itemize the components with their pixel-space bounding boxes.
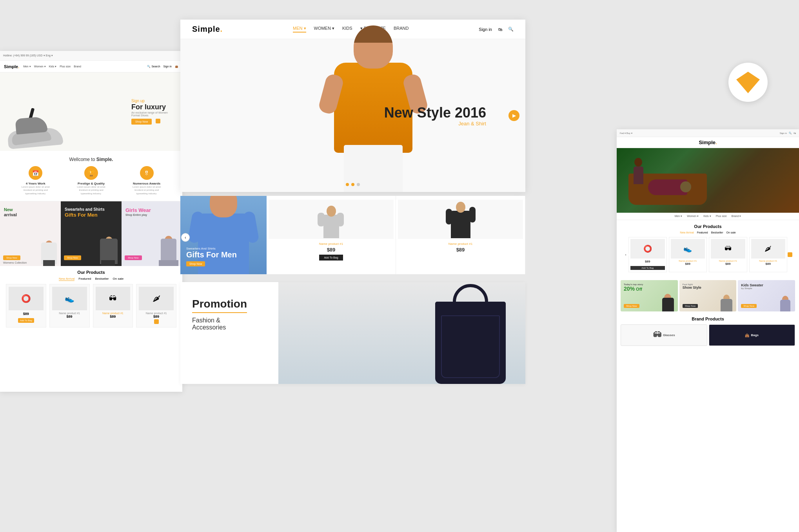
rp-ss-btn[interactable]: Shop Now: [683, 301, 698, 308]
rp-ss-title: Show Style: [683, 286, 701, 290]
banner-desc: An exclusive range of Women Formal Shoes: [131, 111, 171, 117]
rp-price-4: $89: [751, 262, 786, 266]
bag-link[interactable]: 👜: [175, 65, 178, 68]
rp-tab-bestseller[interactable]: Bestseller: [711, 231, 723, 234]
nav-men-main[interactable]: MEN ▾: [293, 26, 306, 33]
rns-kids[interactable]: Kids ▾: [703, 215, 711, 218]
product-card-3: 🕶 Name product #1 $89: [93, 284, 133, 328]
diamond-icon: [736, 72, 760, 93]
rp-products-grid: ⭕ $89 Add To Bag 👟 Name product #1 $89 🕶…: [621, 237, 795, 272]
search-main[interactable]: 🔍: [508, 27, 514, 32]
rp-products-title: Our Products: [621, 224, 795, 229]
rp-tab-new[interactable]: New Arrival: [680, 231, 694, 234]
tab-new-arrival[interactable]: New Arrival: [59, 277, 74, 281]
nav-women[interactable]: Women ▾: [34, 65, 46, 68]
promo-title: Promotion: [192, 298, 247, 313]
feature-prestige: 🏆 Prestige & Quality Lorem ipsum dolor s…: [73, 166, 109, 195]
rp-ss-label: Fast light Show Style: [683, 283, 701, 290]
glasses-label: Glasses: [663, 333, 675, 337]
rp-ks-label: Kids Sweater by Simple: [741, 283, 763, 290]
nav-women-main[interactable]: WOMEN ▾: [314, 26, 334, 33]
diamond-top: [736, 72, 760, 80]
girls-subtitle: Shop Entire play: [125, 214, 151, 217]
hero-arrow-right[interactable]: ▶: [508, 110, 519, 121]
rp-right-arrow[interactable]: [787, 252, 793, 258]
glasses-icon: 🕶: [653, 330, 661, 340]
dark-body: [451, 211, 470, 238]
new-arrival-label: New arrival: [4, 207, 17, 217]
nav-brand-main[interactable]: BRAND: [394, 26, 409, 33]
rp-product-img-4: 🌶: [751, 239, 786, 259]
forest-overlay: [617, 148, 799, 213]
gfm-small: Swearters And Shirts: [186, 247, 237, 250]
tab-onsale[interactable]: On sale: [113, 277, 124, 281]
product-tabs: New Arrival Featured Bestseller On sale: [6, 277, 176, 281]
tab-bestseller[interactable]: Bestseller: [95, 277, 109, 281]
tab-featured[interactable]: Featured: [78, 277, 91, 281]
gift-cards: Name product #1 $89 Add To Bag Name prod…: [267, 196, 525, 274]
rp-bags-item[interactable]: 👜 Bags: [709, 324, 795, 346]
dark-head: [456, 202, 465, 213]
rp-brand-title: Brand Products: [621, 317, 795, 321]
features-row: 📅 4 Years Work Lorem ipsum dolor sit ame…: [8, 166, 174, 195]
signin-main[interactable]: Sign in: [479, 27, 492, 32]
feature-years: 📅 4 Years Work Lorem ipsum dolor sit ame…: [18, 166, 53, 195]
left-nav-right: 🔍 Search Sign in 👜: [147, 65, 178, 68]
add-to-bag-1[interactable]: Add To Bag: [18, 318, 34, 323]
right-signin[interactable]: Sign in: [780, 132, 787, 134]
gifts-for-men-hero: Swearters And Shirts Gifts For Men Shop …: [180, 196, 267, 274]
shoe-upper: [15, 116, 47, 135]
gift-slider-left-arrow[interactable]: ‹: [181, 233, 190, 242]
right-bag-icon[interactable]: 🛍: [794, 132, 796, 134]
right-search-icon[interactable]: 🔍: [789, 132, 792, 134]
dot-2[interactable]: [351, 183, 354, 186]
nav-kids-main[interactable]: KIDS: [342, 26, 352, 33]
girls-shop-btn[interactable]: Shop Now: [125, 253, 142, 260]
rp-tabs: New Arrival Featured Bestseller On sale: [621, 231, 795, 234]
rns-men[interactable]: Men ▾: [675, 215, 683, 218]
rns-brand[interactable]: Brand ▾: [732, 215, 741, 218]
prestige-desc: Lorem ipsum dolor sit amet tincidunt et …: [73, 185, 109, 195]
rp-ks-btn[interactable]: Shop Now: [741, 301, 757, 308]
banner-shop-btn[interactable]: Shop Now: [131, 119, 152, 125]
dot-1[interactable]: [346, 183, 349, 186]
dot-3[interactable]: [357, 183, 360, 186]
rp-product-img-1: ⭕: [630, 239, 665, 259]
our-products-section: Our Products New Arrival Featured Bestse…: [0, 266, 182, 331]
rp-product-2: 👟 Name product #1 $89: [669, 237, 707, 272]
nav-men[interactable]: Men ▾: [23, 65, 31, 68]
awards-icon: 🎖: [140, 166, 154, 180]
rp-tab-featured[interactable]: Featured: [697, 231, 708, 234]
shop-now-btn[interactable]: Shop Now: [3, 253, 20, 260]
rp-ts-btn[interactable]: Shop Now: [624, 301, 639, 308]
rp-product-1: ⭕ $89 Add To Bag: [628, 237, 667, 272]
banner-girls-wear: Girls Wear Shop Entire play Shop Now: [122, 201, 182, 266]
center-logo: Simple.: [192, 25, 223, 34]
nav-plus[interactable]: Plus size: [60, 65, 71, 68]
gift-card-2: Name product #1 $89: [396, 196, 525, 274]
rp-add-btn-1[interactable]: Add To Bag: [630, 266, 665, 270]
hero-text: New Style 2016 Jean & Shirt: [384, 105, 486, 127]
nav-kids[interactable]: Kids ▾: [49, 65, 57, 68]
rp-ts-label: Today's top story 20% Off: [624, 283, 643, 292]
man-head: [210, 196, 237, 217]
rp-tab-onsale[interactable]: On sale: [726, 231, 736, 234]
gift-price-2: $89: [449, 247, 472, 253]
bag-main[interactable]: 🛍: [498, 27, 502, 32]
gfm-shop-btn[interactable]: Shop Now: [186, 261, 205, 266]
rp-ks-title: Kids Sweater: [741, 283, 763, 287]
nav-brand[interactable]: Brand: [74, 65, 81, 68]
rp-glasses-item[interactable]: 🕶 Glasses: [621, 324, 707, 346]
product-name-3: Name product #1: [96, 312, 131, 315]
right-our-products: Our Products New Arrival Featured Bestse…: [617, 220, 799, 278]
search-link[interactable]: 🔍 Search: [147, 65, 160, 68]
welcome-brand: Simple.: [96, 157, 113, 162]
rns-plus[interactable]: Plus size: [716, 215, 727, 218]
rp-left-arrow[interactable]: ‹: [623, 252, 629, 258]
gift-add-btn-1[interactable]: Add To Bag: [319, 255, 343, 261]
gifts-shop-btn[interactable]: Shop Now: [64, 253, 81, 260]
rns-women[interactable]: Women ▾: [687, 215, 699, 218]
rp-price-1: $89: [630, 260, 665, 263]
right-hero-img: [617, 148, 799, 213]
signin-link[interactable]: Sign in: [163, 65, 172, 68]
